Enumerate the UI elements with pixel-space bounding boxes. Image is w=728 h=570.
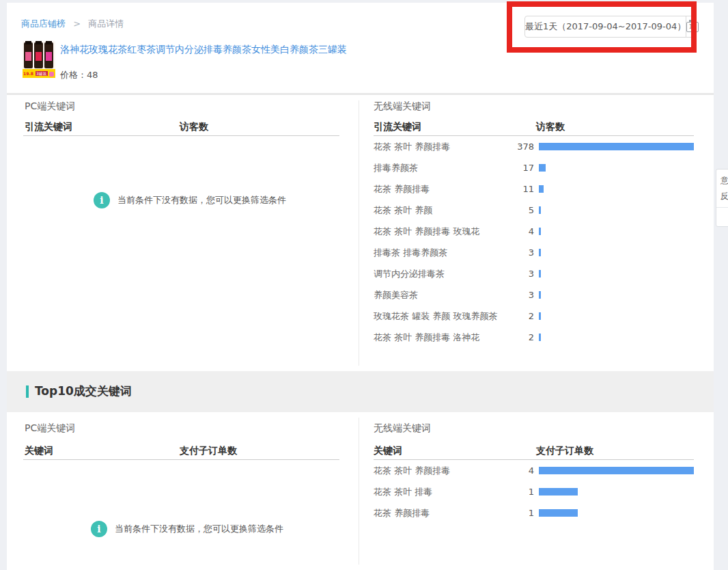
value-bar [539,143,694,150]
table-row: 养颜美容茶3 [374,284,694,306]
value-bar [539,228,541,235]
keyword-value: 3 [510,290,539,300]
feedback-tab[interactable]: 意见 反馈 [716,169,728,227]
value-bar [539,291,541,299]
gift-icon [49,72,54,77]
keyword-value: 4 [510,226,539,236]
value-bar [539,312,541,320]
breadcrumb-current: 商品详情 [88,18,124,29]
product-title-link[interactable]: 洛神花玫瑰花茶红枣茶调节内分泌排毒养颜茶女性美白养颜茶三罐装 [60,44,347,56]
bar-track [539,249,694,256]
product-thumbnail[interactable]: 19.8 3罐装 [23,41,55,78]
calendar-button[interactable]: 15 [686,16,699,37]
deal-pc-title: PC端关键词 [25,422,75,435]
deal-keywords-card: PC端关键词 关键词 支付子订单数 i 当前条件下没有数据，您可以更换筛选条件 … [7,412,714,570]
deal-pc-col-value: 支付子订单数 [180,445,237,457]
info-icon: i [94,192,110,208]
bar-track [539,488,694,496]
bar-track [539,291,694,299]
table-header-rule [23,459,339,460]
keyword-value: 5 [510,205,539,215]
value-bar [539,185,544,193]
calendar-icon: 15 [686,22,699,32]
table-header-rule [23,135,339,136]
table-row: 排毒养颜茶17 [374,157,694,178]
traffic-pc-col-value: 访客数 [180,121,208,133]
deal-wireless-col-keyword: 关键词 [374,445,402,457]
breadcrumb: 商品店铺榜 > 商品详情 [21,18,124,30]
keyword-label: 养颜美容茶 [374,288,510,302]
empty-message: 当前条件下没有数据，您可以更换筛选条件 [115,523,283,535]
product-header-card: 商品店铺榜 > 商品详情 19.8 3罐装 洛神花玫瑰花茶红枣茶调节内分泌排毒养… [7,3,714,93]
bar-track [539,312,694,320]
value-bar [539,467,694,474]
empty-message: 当前条件下没有数据，您可以更换筛选条件 [117,194,286,206]
table-row: 花茶 茶叶 排毒1 [374,481,694,502]
column-divider [359,100,359,366]
thumb-promo-strip: 19.8 3罐装 [23,69,55,78]
date-range-value[interactable]: 最近1天（2017-09-04~2017-09-04） [525,16,686,37]
value-bar [539,334,541,341]
value-bar [539,488,578,496]
column-divider [359,418,359,565]
traffic-pc-empty-state: i 当前条件下没有数据，您可以更换筛选条件 [94,192,286,208]
thumb-bottle [44,42,53,68]
traffic-wireless-title: 无线端关键词 [374,100,431,113]
keyword-label: 花茶 茶叶 养颜排毒 洛神花 [374,330,510,344]
table-row: 花茶 茶叶 养颜排毒378 [374,136,694,157]
keyword-label: 花茶 养颜排毒 [374,182,510,196]
keyword-value: 2 [510,311,539,321]
value-bar [539,270,541,277]
keyword-value: 4 [510,465,539,476]
thumb-pack-tag: 3罐装 [36,71,48,76]
value-bar [539,206,541,214]
product-price: 价格：48 [60,69,98,81]
keyword-label: 排毒养颜茶 [374,161,510,175]
keyword-label: 排毒茶 排毒养颜茶 [374,245,510,260]
table-row: 花茶 茶叶 养颜排毒 洛神花2 [374,327,694,348]
keyword-label: 花茶 茶叶 养颜排毒 [374,463,510,478]
title-accent-bar [26,385,29,398]
traffic-keyword-table: 花茶 茶叶 养颜排毒378排毒养颜茶17花茶 养颜排毒11花茶 茶叶 养颜5花茶… [374,136,694,348]
bar-track [539,334,694,341]
breadcrumb-separator: > [73,18,81,29]
traffic-pc-col-keyword: 引流关键词 [25,121,72,133]
deal-keyword-table: 花茶 茶叶 养颜排毒4花茶 茶叶 排毒1花茶 养颜排毒1 [374,460,694,524]
keyword-value: 3 [510,269,539,279]
deal-section-title: Top10成交关键词 [26,383,132,399]
deal-pc-empty-state: i 当前条件下没有数据，您可以更换筛选条件 [91,521,283,537]
keyword-value: 11 [510,184,539,194]
deal-wireless-title: 无线端关键词 [374,422,431,435]
thumb-bottle [34,42,43,68]
keyword-value: 3 [510,247,539,258]
table-row: 花茶 养颜排毒11 [374,178,694,200]
feedback-tab-extra [716,208,728,228]
date-range-picker[interactable]: 最近1天（2017-09-04~2017-09-04） 15 [524,16,697,38]
table-row: 花茶 茶叶 养颜5 [374,200,694,221]
bar-track [539,467,694,474]
table-row: 排毒茶 排毒养颜茶3 [374,242,694,263]
feedback-tab-line1: 意见 [720,173,728,189]
table-row: 花茶 养颜排毒1 [374,502,694,524]
traffic-wireless-col-value: 访客数 [536,121,565,133]
section-header-text: Top10成交关键词 [35,383,132,399]
deal-pc-col-keyword: 关键词 [25,445,53,457]
keyword-label: 花茶 茶叶 养颜 [374,203,510,217]
keyword-label: 花茶 茶叶 养颜排毒 玫瑰花 [374,224,510,239]
table-row: 花茶 茶叶 养颜排毒 玫瑰花4 [374,221,694,242]
keyword-label: 玫瑰花茶 罐装 养颜 玫瑰养颜茶 [374,309,510,323]
info-icon: i [91,521,107,537]
table-row: 玫瑰花茶 罐装 养颜 玫瑰养颜茶2 [374,306,694,327]
keyword-label: 花茶 茶叶 养颜排毒 [374,139,510,154]
table-row: 调节内分泌排毒茶3 [374,263,694,284]
bar-track [539,270,694,277]
traffic-keywords-card: PC端关键词 引流关键词 访客数 i 当前条件下没有数据，您可以更换筛选条件 无… [7,95,714,371]
keyword-label: 花茶 茶叶 排毒 [374,485,510,499]
bar-track [539,509,694,517]
value-bar [539,249,541,256]
table-row: 花茶 茶叶 养颜排毒4 [374,460,694,481]
feedback-tab-line2: 反馈 [720,189,728,204]
breadcrumb-rank-link[interactable]: 商品店铺榜 [21,18,66,29]
deal-section-band: Top10成交关键词 [7,371,714,412]
bar-track [539,143,694,150]
